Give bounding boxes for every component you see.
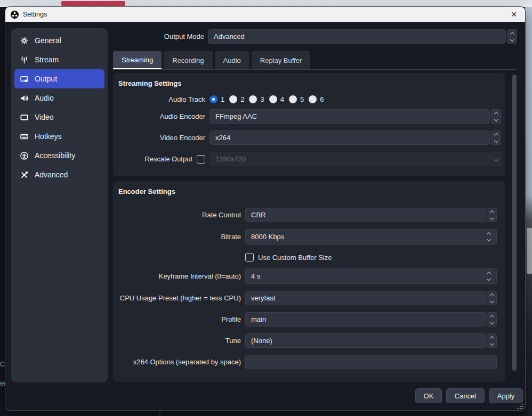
audio-track-radio-6[interactable] <box>309 95 317 103</box>
combo-spinner[interactable] <box>491 130 501 145</box>
combo-spinner[interactable] <box>487 291 497 305</box>
chevron-down-icon <box>489 341 494 345</box>
combo-spinner[interactable] <box>507 29 517 44</box>
spin-up-icon[interactable] <box>487 232 491 236</box>
spin-up-icon[interactable] <box>487 272 491 276</box>
sidebar-item-label: Accessibility <box>35 151 75 160</box>
audio-track-row: Audio Track 1 2 3 4 5 6 <box>118 93 328 105</box>
combo-spinner[interactable] <box>487 333 497 348</box>
tab-audio[interactable]: Audio <box>215 51 249 69</box>
sidebar-item-hotkeys[interactable]: Hotkeys <box>14 127 104 146</box>
tune-select[interactable]: (None) <box>245 333 497 348</box>
chevron-up-icon <box>489 336 494 340</box>
x264-options-input[interactable] <box>245 355 497 369</box>
apply-button[interactable]: Apply <box>489 388 523 403</box>
chevron-down-icon <box>510 37 514 41</box>
settings-sidebar: General Stream Output <box>11 28 108 382</box>
x264-options-row: x264 Options (separated by space) <box>118 355 497 369</box>
video-encoder-select[interactable]: x264 <box>209 130 501 145</box>
scrollbar-thumb[interactable] <box>512 75 517 371</box>
audio-track-radio-3[interactable] <box>249 95 257 103</box>
combo-spinner[interactable] <box>487 208 497 222</box>
chevron-down-icon <box>489 215 494 219</box>
audio-track-radio-2[interactable] <box>229 95 237 103</box>
profile-value: main <box>245 312 486 327</box>
sidebar-item-output[interactable]: Output <box>14 69 104 88</box>
audio-track-radio-4[interactable] <box>269 95 277 103</box>
hotkeys-icon <box>20 132 29 141</box>
audio-encoder-select[interactable]: FFmpeg AAC <box>209 109 501 124</box>
content-scrollbar[interactable] <box>511 73 518 382</box>
cancel-button[interactable]: Cancel <box>446 388 485 403</box>
rescale-output-checkbox[interactable] <box>197 155 205 164</box>
cpu-usage-preset-row: CPU Usage Preset (higher = less CPU) ver… <box>118 291 497 305</box>
stream-icon <box>20 55 29 64</box>
radio-label: 5 <box>300 95 304 103</box>
title-bar: Settings ✕ <box>5 7 525 22</box>
sidebar-item-label: Video <box>35 113 54 121</box>
keyframe-interval-spinbox[interactable]: 4 s <box>245 268 497 284</box>
sidebar-item-general[interactable]: General <box>14 31 104 50</box>
output-tabs: Streaming Recording Audio Replay Buffer <box>113 51 310 69</box>
keyframe-interval-value: 4 s <box>251 272 260 280</box>
cpu-usage-preset-value: veryfast <box>245 291 486 305</box>
obs-logo-icon <box>11 11 19 19</box>
sidebar-item-accessibility[interactable]: Accessibility <box>14 146 104 165</box>
resize-grip[interactable] <box>517 403 523 410</box>
close-icon[interactable]: ✕ <box>503 7 525 22</box>
desktop-background-photo-fragment <box>527 228 532 274</box>
keyframe-interval-label: Keyframe Interval (0=auto) <box>118 272 241 280</box>
sidebar-item-video[interactable]: Video <box>14 108 104 127</box>
combo-spinner[interactable] <box>491 109 501 124</box>
spin-down-icon[interactable] <box>487 276 491 281</box>
audio-track-radio-5[interactable] <box>289 95 297 103</box>
spin-down-icon[interactable] <box>487 237 491 241</box>
sidebar-item-label: Hotkeys <box>35 132 62 141</box>
cpu-usage-preset-select[interactable]: veryfast <box>245 291 497 305</box>
sidebar-item-advanced[interactable]: Advanced <box>14 165 104 184</box>
custom-buffer-row: Use Custom Buffer Size <box>245 252 332 262</box>
chevron-up-icon <box>489 314 494 319</box>
chevron-up-icon <box>489 210 494 214</box>
profile-row: Profile main <box>118 312 497 327</box>
radio-label: 2 <box>240 95 244 103</box>
background-red-bar <box>61 1 125 6</box>
use-custom-buffer-size-checkbox[interactable] <box>245 253 254 262</box>
video-encoder-value: x264 <box>209 130 490 145</box>
accessibility-icon <box>20 151 29 160</box>
keyframe-interval-row: Keyframe Interval (0=auto) 4 s <box>118 268 497 284</box>
streaming-settings-group: Streaming Settings Audio Track 1 2 3 4 5… <box>113 73 505 176</box>
tabs-divider <box>113 69 517 70</box>
output-mode-select[interactable]: Advanced <box>208 29 517 44</box>
chevron-up-icon <box>510 31 514 36</box>
tab-replay-buffer[interactable]: Replay Buffer <box>252 51 311 69</box>
background-divider-line <box>159 410 160 416</box>
group-title: Streaming Settings <box>118 79 181 87</box>
advanced-icon <box>20 170 29 180</box>
group-title: Encoder Settings <box>118 187 175 195</box>
output-mode-value: Advanced <box>208 29 506 44</box>
sidebar-item-audio[interactable]: Audio <box>14 88 104 108</box>
combo-spinner[interactable] <box>487 312 497 327</box>
tab-streaming[interactable]: Streaming <box>113 51 162 69</box>
x264-options-label: x264 Options (separated by space) <box>118 358 241 366</box>
rescale-output-value: 1280x720 <box>209 152 490 166</box>
output-icon <box>20 75 29 84</box>
audio-track-radio-1[interactable] <box>209 95 217 103</box>
tab-recording[interactable]: Recording <box>164 51 212 69</box>
video-encoder-row: Video Encoder x264 <box>118 130 501 145</box>
chevron-up-icon <box>494 133 498 137</box>
audio-encoder-row: Audio Encoder FFmpeg AAC <box>118 109 501 124</box>
output-mode-label: Output Mode <box>156 29 204 44</box>
radio-label: 4 <box>280 95 284 103</box>
chevron-down-icon <box>494 138 498 142</box>
ok-button[interactable]: OK <box>415 388 442 403</box>
sidebar-item-stream[interactable]: Stream <box>14 50 104 69</box>
bitrate-spinbox[interactable]: 8000 Kbps <box>245 229 497 244</box>
use-custom-buffer-size-label: Use Custom Buffer Size <box>258 254 332 262</box>
settings-window: Settings ✕ General Stream <box>5 7 525 410</box>
rate-control-select[interactable]: CBR <box>245 208 497 222</box>
sidebar-item-label: Stream <box>35 55 59 64</box>
chevron-down-icon <box>494 157 498 161</box>
profile-select[interactable]: main <box>245 312 497 327</box>
